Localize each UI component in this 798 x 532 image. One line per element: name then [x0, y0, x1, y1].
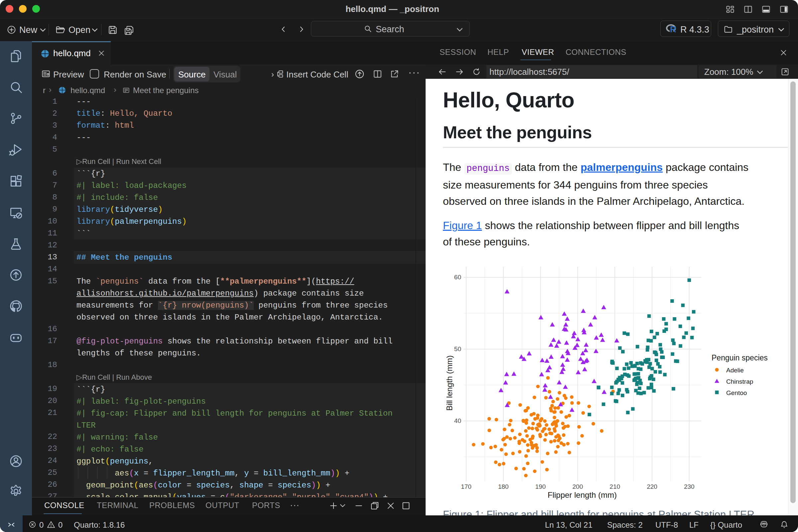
- svg-text:200: 200: [573, 483, 583, 490]
- svg-text:50: 50: [454, 345, 461, 353]
- svg-text:170: 170: [461, 483, 472, 490]
- svg-text:180: 180: [498, 483, 509, 490]
- svg-text:Adelie: Adelie: [726, 367, 744, 374]
- svg-text:Flipper length (mm): Flipper length (mm): [548, 491, 617, 499]
- svg-text:210: 210: [609, 483, 620, 490]
- svg-text:Penguin species: Penguin species: [711, 354, 768, 362]
- svg-text:R: R: [670, 24, 676, 34]
- svg-text:230: 230: [684, 483, 695, 490]
- svg-text:Gentoo: Gentoo: [726, 390, 747, 396]
- svg-text:Chinstrap: Chinstrap: [726, 378, 753, 385]
- svg-text:190: 190: [535, 483, 546, 490]
- svg-text:60: 60: [454, 274, 461, 281]
- svg-text:40: 40: [454, 417, 461, 424]
- svg-text:Bill length (mm): Bill length (mm): [445, 356, 454, 411]
- svg-text:220: 220: [647, 483, 657, 490]
